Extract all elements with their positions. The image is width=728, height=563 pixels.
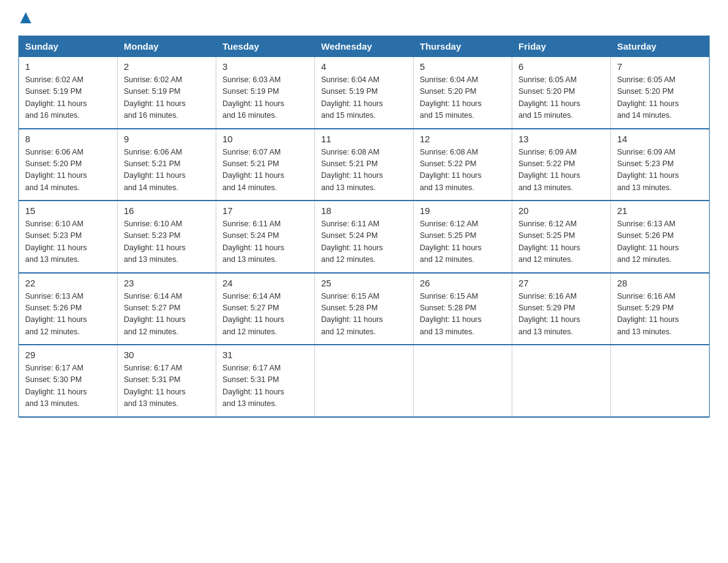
calendar-cell: 19 Sunrise: 6:12 AM Sunset: 5:25 PM Dayl… <box>414 201 512 273</box>
day-info: Sunrise: 6:14 AM Sunset: 5:27 PM Dayligh… <box>124 291 210 339</box>
day-info: Sunrise: 6:09 AM Sunset: 5:23 PM Dayligh… <box>617 147 703 194</box>
day-info: Sunrise: 6:17 AM Sunset: 5:30 PM Dayligh… <box>25 362 111 410</box>
calendar-week-row: 8 Sunrise: 6:06 AM Sunset: 5:20 PM Dayli… <box>19 129 710 201</box>
calendar-cell: 13 Sunrise: 6:09 AM Sunset: 5:22 PM Dayl… <box>512 129 611 201</box>
day-number: 2 <box>124 61 210 72</box>
calendar-cell: 10 Sunrise: 6:07 AM Sunset: 5:21 PM Dayl… <box>216 129 315 201</box>
calendar-cell <box>315 345 414 417</box>
day-info: Sunrise: 6:04 AM Sunset: 5:19 PM Dayligh… <box>321 74 407 122</box>
calendar-week-row: 1 Sunrise: 6:02 AM Sunset: 5:19 PM Dayli… <box>19 57 710 129</box>
column-header-saturday: Saturday <box>611 36 710 57</box>
day-number: 31 <box>222 350 308 360</box>
calendar-week-row: 22 Sunrise: 6:13 AM Sunset: 5:26 PM Dayl… <box>19 273 710 345</box>
calendar-cell: 2 Sunrise: 6:02 AM Sunset: 5:19 PM Dayli… <box>118 57 216 129</box>
calendar-cell: 9 Sunrise: 6:06 AM Sunset: 5:21 PM Dayli… <box>118 129 216 201</box>
day-number: 13 <box>518 134 604 144</box>
calendar-cell <box>611 345 710 417</box>
day-number: 9 <box>124 134 210 144</box>
day-number: 3 <box>222 61 308 72</box>
day-info: Sunrise: 6:04 AM Sunset: 5:20 PM Dayligh… <box>420 74 506 122</box>
day-number: 4 <box>321 61 407 72</box>
day-info: Sunrise: 6:08 AM Sunset: 5:21 PM Dayligh… <box>321 147 407 194</box>
calendar-cell: 24 Sunrise: 6:14 AM Sunset: 5:27 PM Dayl… <box>216 273 315 345</box>
day-info: Sunrise: 6:02 AM Sunset: 5:19 PM Dayligh… <box>25 74 111 122</box>
calendar-cell: 1 Sunrise: 6:02 AM Sunset: 5:19 PM Dayli… <box>19 57 118 129</box>
day-number: 20 <box>518 205 604 216</box>
day-number: 15 <box>25 205 111 216</box>
calendar-cell: 17 Sunrise: 6:11 AM Sunset: 5:24 PM Dayl… <box>216 201 315 273</box>
day-info: Sunrise: 6:12 AM Sunset: 5:25 PM Dayligh… <box>518 218 604 266</box>
calendar-cell: 6 Sunrise: 6:05 AM Sunset: 5:20 PM Dayli… <box>512 57 611 129</box>
calendar-cell: 15 Sunrise: 6:10 AM Sunset: 5:23 PM Dayl… <box>19 201 118 273</box>
calendar-cell: 8 Sunrise: 6:06 AM Sunset: 5:20 PM Dayli… <box>19 129 118 201</box>
day-info: Sunrise: 6:09 AM Sunset: 5:22 PM Dayligh… <box>518 147 604 194</box>
page-header <box>18 12 710 25</box>
column-header-monday: Monday <box>118 36 216 57</box>
calendar-week-row: 29 Sunrise: 6:17 AM Sunset: 5:30 PM Dayl… <box>19 345 710 417</box>
day-number: 5 <box>420 61 506 72</box>
day-number: 10 <box>222 134 308 144</box>
calendar-cell: 25 Sunrise: 6:15 AM Sunset: 5:28 PM Dayl… <box>315 273 414 345</box>
day-info: Sunrise: 6:17 AM Sunset: 5:31 PM Dayligh… <box>124 362 210 410</box>
day-number: 7 <box>617 61 703 72</box>
day-info: Sunrise: 6:17 AM Sunset: 5:31 PM Dayligh… <box>222 362 308 410</box>
calendar-cell: 29 Sunrise: 6:17 AM Sunset: 5:30 PM Dayl… <box>19 345 118 417</box>
day-info: Sunrise: 6:05 AM Sunset: 5:20 PM Dayligh… <box>518 74 604 122</box>
day-number: 1 <box>25 61 111 72</box>
calendar-cell: 27 Sunrise: 6:16 AM Sunset: 5:29 PM Dayl… <box>512 273 611 345</box>
column-header-sunday: Sunday <box>19 36 118 57</box>
day-info: Sunrise: 6:15 AM Sunset: 5:28 PM Dayligh… <box>420 291 506 339</box>
calendar-cell: 22 Sunrise: 6:13 AM Sunset: 5:26 PM Dayl… <box>19 273 118 345</box>
logo-triangle-icon <box>20 12 31 25</box>
day-number: 6 <box>518 61 604 72</box>
calendar-cell: 12 Sunrise: 6:08 AM Sunset: 5:22 PM Dayl… <box>414 129 512 201</box>
column-header-wednesday: Wednesday <box>315 36 414 57</box>
day-number: 28 <box>617 278 703 288</box>
day-number: 8 <box>25 134 111 144</box>
day-number: 26 <box>420 278 506 288</box>
calendar-cell: 23 Sunrise: 6:14 AM Sunset: 5:27 PM Dayl… <box>118 273 216 345</box>
calendar-cell: 20 Sunrise: 6:12 AM Sunset: 5:25 PM Dayl… <box>512 201 611 273</box>
calendar-cell: 16 Sunrise: 6:10 AM Sunset: 5:23 PM Dayl… <box>118 201 216 273</box>
day-info: Sunrise: 6:13 AM Sunset: 5:26 PM Dayligh… <box>617 218 703 266</box>
calendar-cell: 18 Sunrise: 6:11 AM Sunset: 5:24 PM Dayl… <box>315 201 414 273</box>
day-info: Sunrise: 6:14 AM Sunset: 5:27 PM Dayligh… <box>222 291 308 339</box>
day-info: Sunrise: 6:02 AM Sunset: 5:19 PM Dayligh… <box>124 74 210 122</box>
day-number: 22 <box>25 278 111 288</box>
day-info: Sunrise: 6:10 AM Sunset: 5:23 PM Dayligh… <box>25 218 111 266</box>
day-info: Sunrise: 6:06 AM Sunset: 5:20 PM Dayligh… <box>25 147 111 194</box>
calendar-header-row: SundayMondayTuesdayWednesdayThursdayFrid… <box>19 36 710 57</box>
day-info: Sunrise: 6:13 AM Sunset: 5:26 PM Dayligh… <box>25 291 111 339</box>
day-number: 12 <box>420 134 506 144</box>
day-number: 14 <box>617 134 703 144</box>
day-info: Sunrise: 6:07 AM Sunset: 5:21 PM Dayligh… <box>222 147 308 194</box>
day-number: 16 <box>124 205 210 216</box>
calendar-cell: 4 Sunrise: 6:04 AM Sunset: 5:19 PM Dayli… <box>315 57 414 129</box>
day-info: Sunrise: 6:16 AM Sunset: 5:29 PM Dayligh… <box>518 291 604 339</box>
calendar-cell: 7 Sunrise: 6:05 AM Sunset: 5:20 PM Dayli… <box>611 57 710 129</box>
day-number: 17 <box>222 205 308 216</box>
calendar-cell <box>512 345 611 417</box>
calendar-cell: 30 Sunrise: 6:17 AM Sunset: 5:31 PM Dayl… <box>118 345 216 417</box>
calendar-cell: 28 Sunrise: 6:16 AM Sunset: 5:29 PM Dayl… <box>611 273 710 345</box>
day-info: Sunrise: 6:10 AM Sunset: 5:23 PM Dayligh… <box>124 218 210 266</box>
day-info: Sunrise: 6:03 AM Sunset: 5:19 PM Dayligh… <box>222 74 308 122</box>
day-number: 19 <box>420 205 506 216</box>
day-number: 25 <box>321 278 407 288</box>
day-number: 27 <box>518 278 604 288</box>
column-header-tuesday: Tuesday <box>216 36 315 57</box>
column-header-thursday: Thursday <box>414 36 512 57</box>
day-number: 21 <box>617 205 703 216</box>
day-info: Sunrise: 6:12 AM Sunset: 5:25 PM Dayligh… <box>420 218 506 266</box>
day-number: 18 <box>321 205 407 216</box>
calendar-week-row: 15 Sunrise: 6:10 AM Sunset: 5:23 PM Dayl… <box>19 201 710 273</box>
day-number: 29 <box>25 350 111 360</box>
calendar-cell: 26 Sunrise: 6:15 AM Sunset: 5:28 PM Dayl… <box>414 273 512 345</box>
calendar-cell <box>414 345 512 417</box>
column-header-friday: Friday <box>512 36 611 57</box>
day-number: 24 <box>222 278 308 288</box>
calendar-cell: 11 Sunrise: 6:08 AM Sunset: 5:21 PM Dayl… <box>315 129 414 201</box>
calendar-cell: 14 Sunrise: 6:09 AM Sunset: 5:23 PM Dayl… <box>611 129 710 201</box>
calendar-cell: 5 Sunrise: 6:04 AM Sunset: 5:20 PM Dayli… <box>414 57 512 129</box>
calendar-table: SundayMondayTuesdayWednesdayThursdayFrid… <box>18 36 710 418</box>
